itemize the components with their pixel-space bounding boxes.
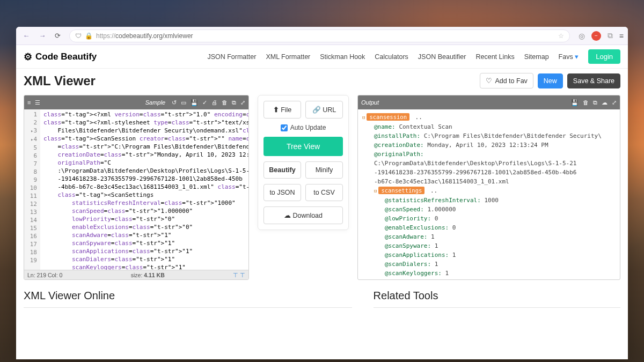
url-button[interactable]: 🔗 URL: [305, 101, 343, 119]
sample-label[interactable]: Sample: [145, 99, 165, 106]
file-size: size: 4.11 KB: [131, 272, 165, 278]
add-fav-button[interactable]: ♡Add to Fav: [480, 73, 533, 88]
forward-icon[interactable]: →: [36, 32, 48, 40]
to-csv-button[interactable]: to CSV: [305, 184, 343, 201]
browser-toolbar: ← → ⟳ 🛡 🔒 https://codebeautify.org/xmlvi…: [16, 27, 628, 45]
expand-icon[interactable]: ⤢: [612, 99, 617, 106]
nav-json-formatter[interactable]: JSON Formatter: [207, 53, 256, 61]
chevron-down-icon: ▾: [575, 53, 579, 61]
nav-calculators[interactable]: Calculators: [375, 53, 408, 61]
auto-update-toggle[interactable]: Auto Update: [264, 124, 343, 131]
download-button[interactable]: ☁ Download: [264, 206, 343, 224]
print-icon[interactable]: 🖨: [211, 99, 217, 106]
nav-json-beautifier[interactable]: JSON Beautifier: [418, 53, 466, 61]
lock-icon: 🔒: [85, 32, 93, 40]
cloud-icon[interactable]: ☁: [602, 99, 608, 106]
save-share-button[interactable]: Save & Share: [567, 73, 620, 88]
trash-icon[interactable]: 🗑: [583, 99, 589, 106]
code-editor[interactable]: 12▸3▸45678910111213141516171819 class="t…: [24, 109, 248, 270]
new-button[interactable]: New: [538, 73, 563, 88]
output-panel: Output 💾 🗑 ⧉ ☁ ⤢ ⊟scansession .. @name: …: [357, 95, 620, 280]
indent-icon[interactable]: ☰: [35, 99, 40, 106]
controls-column: ⬆ File 🔗 URL Auto Update Tree View Beaut…: [258, 95, 349, 230]
login-button[interactable]: Login: [588, 49, 620, 64]
nav-favs[interactable]: Favs ▾: [559, 53, 579, 61]
file-button[interactable]: ⬆ File: [264, 101, 301, 119]
editor-toolbar: ≡ ☰ Sample ↺ ▭ 💾 ✓ 🖨 🗑 ⧉ ⤢: [24, 95, 248, 109]
copy-icon[interactable]: ⧉: [232, 99, 236, 106]
browser-window: ← → ⟳ 🛡 🔒 https://codebeautify.org/xmlvi…: [16, 27, 628, 359]
heart-icon: ♡: [486, 77, 492, 85]
site-header: ⚙ Code Beautify JSON Formatter XML Forma…: [16, 45, 628, 69]
trash-icon[interactable]: 🗑: [222, 99, 228, 106]
node-scansettings[interactable]: scansettings: [378, 187, 425, 194]
expand-icon[interactable]: ⤢: [240, 99, 245, 106]
output-tree[interactable]: ⊟scansession .. @name: Contextual Scan @…: [358, 109, 620, 279]
page-title: XML Viewer: [24, 73, 96, 88]
back-icon[interactable]: ←: [20, 32, 32, 40]
output-title: Output: [361, 99, 379, 106]
node-scansession[interactable]: scansession: [367, 113, 409, 121]
minify-button[interactable]: Minify: [305, 161, 343, 179]
nav-xml-formatter[interactable]: XML Formatter: [266, 53, 310, 61]
cloud-download-icon: ☁: [284, 212, 291, 219]
extension-icon[interactable]: ⧉: [608, 31, 613, 40]
nav-links: JSON Formatter XML Formatter Stickman Ho…: [207, 49, 620, 64]
nav-sitemap[interactable]: Sitemap: [524, 53, 549, 61]
auto-update-checkbox[interactable]: [281, 124, 288, 131]
input-panel: ≡ ☰ Sample ↺ ▭ 💾 ✓ 🖨 🗑 ⧉ ⤢ 12▸3▸45678910…: [24, 95, 249, 280]
editor-status-bar: Ln: 219 Col: 0 size: 4.11 KB ⊤ ⊤: [24, 270, 248, 279]
address-bar[interactable]: 🛡 🔒 https://codebeautify.org/xmlviewer ☆: [69, 29, 570, 42]
open-icon[interactable]: ▭: [181, 99, 186, 106]
collapse-icon[interactable]: ⊟: [362, 115, 365, 120]
menu-icon[interactable]: ≡: [619, 32, 624, 40]
status-icons[interactable]: ⊤ ⊤: [233, 272, 245, 278]
nav-recent-links[interactable]: Recent Links: [475, 53, 514, 61]
link-icon: 🔗: [312, 106, 321, 114]
copy-icon[interactable]: ⧉: [593, 99, 597, 106]
nav-stickman-hook[interactable]: Stickman Hook: [320, 53, 365, 61]
brand[interactable]: ⚙ Code Beautify: [24, 51, 97, 63]
section-xml-viewer-online: XML Viewer Online: [24, 290, 352, 302]
pocket-icon[interactable]: ◎: [579, 32, 585, 40]
list-icon[interactable]: ≡: [27, 99, 31, 106]
reload-icon[interactable]: ⟳: [55, 32, 61, 40]
tree-view-button[interactable]: Tree View: [264, 137, 343, 156]
to-json-button[interactable]: to JSON: [264, 184, 301, 201]
shield-icon: 🛡: [75, 32, 82, 40]
collapse-icon[interactable]: ⊟: [374, 188, 377, 194]
save-icon[interactable]: 💾: [191, 99, 198, 106]
cursor-position: Ln: 219 Col: 0: [27, 272, 62, 278]
history-icon[interactable]: ↺: [172, 99, 177, 106]
save-icon[interactable]: 💾: [571, 99, 579, 106]
gear-icon: ⚙: [24, 51, 32, 63]
output-toolbar: Output 💾 🗑 ⧉ ☁ ⤢: [358, 95, 620, 109]
section-related-tools: Related Tools: [374, 290, 620, 302]
upload-icon: ⬆: [273, 106, 279, 114]
adblock-icon[interactable]: −: [591, 31, 601, 41]
url-text: https://codebeautify.org/xmlviewer: [96, 32, 193, 40]
check-icon[interactable]: ✓: [202, 99, 207, 106]
star-icon[interactable]: ☆: [558, 32, 564, 40]
beautify-button[interactable]: Beautify: [264, 161, 301, 179]
